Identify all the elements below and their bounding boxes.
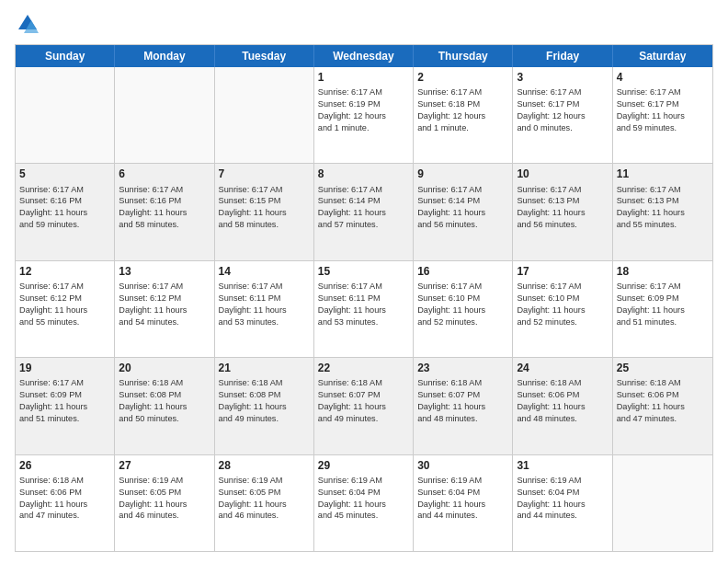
day-info: Sunrise: 6:17 AM Sunset: 6:12 PM Dayligh…: [19, 281, 110, 328]
calendar-cell: 5Sunrise: 6:17 AM Sunset: 6:16 PM Daylig…: [16, 164, 115, 259]
day-number: 30: [417, 458, 508, 473]
calendar-cell: 8Sunrise: 6:17 AM Sunset: 6:14 PM Daylig…: [314, 164, 414, 259]
calendar-cell: 22Sunrise: 6:18 AM Sunset: 6:07 PM Dayli…: [314, 358, 414, 454]
day-info: Sunrise: 6:19 AM Sunset: 6:05 PM Dayligh…: [119, 475, 210, 523]
day-info: Sunrise: 6:17 AM Sunset: 6:16 PM Dayligh…: [19, 184, 110, 232]
day-number: 3: [517, 70, 608, 85]
calendar-cell: 29Sunrise: 6:19 AM Sunset: 6:04 PM Dayli…: [314, 455, 414, 551]
calendar-body: 1Sunrise: 6:17 AM Sunset: 6:19 PM Daylig…: [16, 67, 712, 551]
calendar-cell: 10Sunrise: 6:17 AM Sunset: 6:13 PM Dayli…: [513, 164, 612, 259]
day-number: 11: [617, 167, 709, 181]
day-info: Sunrise: 6:17 AM Sunset: 6:14 PM Dayligh…: [318, 184, 409, 232]
day-info: Sunrise: 6:17 AM Sunset: 6:16 PM Dayligh…: [119, 184, 210, 232]
day-number: 5: [19, 167, 110, 181]
calendar-cell: 2Sunrise: 6:17 AM Sunset: 6:18 PM Daylig…: [414, 67, 513, 163]
calendar-week-2: 5Sunrise: 6:17 AM Sunset: 6:16 PM Daylig…: [16, 163, 712, 259]
calendar-cell: 1Sunrise: 6:17 AM Sunset: 6:19 PM Daylig…: [314, 67, 414, 163]
calendar-cell: 12Sunrise: 6:17 AM Sunset: 6:12 PM Dayli…: [16, 261, 115, 357]
calendar-cell: 21Sunrise: 6:18 AM Sunset: 6:08 PM Dayli…: [215, 358, 314, 454]
day-number: 15: [318, 264, 409, 279]
calendar-cell: 7Sunrise: 6:17 AM Sunset: 6:15 PM Daylig…: [215, 164, 314, 259]
calendar-cell: 27Sunrise: 6:19 AM Sunset: 6:05 PM Dayli…: [115, 455, 214, 551]
day-number: 2: [417, 70, 508, 85]
calendar-week-3: 12Sunrise: 6:17 AM Sunset: 6:12 PM Dayli…: [16, 260, 712, 357]
logo-icon: [15, 11, 40, 37]
day-number: 28: [219, 458, 310, 473]
calendar-cell: 26Sunrise: 6:18 AM Sunset: 6:06 PM Dayli…: [16, 455, 115, 551]
day-number: 21: [219, 361, 310, 375]
day-info: Sunrise: 6:17 AM Sunset: 6:15 PM Dayligh…: [219, 184, 310, 232]
day-info: Sunrise: 6:18 AM Sunset: 6:08 PM Dayligh…: [119, 377, 210, 425]
day-info: Sunrise: 6:17 AM Sunset: 6:17 PM Dayligh…: [517, 86, 608, 134]
day-info: Sunrise: 6:17 AM Sunset: 6:11 PM Dayligh…: [219, 281, 310, 328]
calendar: SundayMondayTuesdayWednesdayThursdayFrid…: [15, 44, 713, 552]
day-number: 16: [417, 264, 508, 279]
day-number: 24: [517, 361, 608, 375]
calendar-cell: 20Sunrise: 6:18 AM Sunset: 6:08 PM Dayli…: [115, 358, 214, 454]
day-info: Sunrise: 6:17 AM Sunset: 6:11 PM Dayligh…: [318, 281, 409, 328]
day-info: Sunrise: 6:17 AM Sunset: 6:10 PM Dayligh…: [517, 281, 608, 328]
day-info: Sunrise: 6:19 AM Sunset: 6:04 PM Dayligh…: [417, 475, 508, 523]
page: SundayMondayTuesdayWednesdayThursdayFrid…: [0, 0, 728, 563]
calendar-week-4: 19Sunrise: 6:17 AM Sunset: 6:09 PM Dayli…: [16, 357, 712, 454]
day-info: Sunrise: 6:18 AM Sunset: 6:06 PM Dayligh…: [517, 377, 608, 425]
day-number: 8: [318, 167, 409, 181]
header-day-sunday: Sunday: [16, 45, 115, 67]
day-info: Sunrise: 6:18 AM Sunset: 6:07 PM Dayligh…: [417, 377, 508, 425]
day-info: Sunrise: 6:18 AM Sunset: 6:06 PM Dayligh…: [617, 377, 709, 425]
header-day-tuesday: Tuesday: [215, 45, 314, 67]
day-number: 1: [318, 70, 409, 85]
header-day-monday: Monday: [115, 45, 214, 67]
day-info: Sunrise: 6:17 AM Sunset: 6:09 PM Dayligh…: [617, 281, 709, 328]
calendar-cell: 19Sunrise: 6:17 AM Sunset: 6:09 PM Dayli…: [16, 358, 115, 454]
day-number: 26: [19, 458, 110, 473]
calendar-cell: 31Sunrise: 6:19 AM Sunset: 6:04 PM Dayli…: [513, 455, 612, 551]
day-number: 23: [417, 361, 508, 375]
header-day-saturday: Saturday: [613, 45, 712, 67]
day-number: 29: [318, 458, 409, 473]
day-info: Sunrise: 6:17 AM Sunset: 6:18 PM Dayligh…: [417, 86, 508, 134]
day-number: 22: [318, 361, 409, 375]
day-number: 12: [19, 264, 110, 279]
day-number: 13: [119, 264, 210, 279]
day-number: 7: [219, 167, 310, 181]
day-info: Sunrise: 6:18 AM Sunset: 6:06 PM Dayligh…: [19, 475, 110, 523]
calendar-cell: 3Sunrise: 6:17 AM Sunset: 6:17 PM Daylig…: [513, 67, 612, 163]
day-info: Sunrise: 6:18 AM Sunset: 6:08 PM Dayligh…: [219, 377, 310, 425]
calendar-cell: 4Sunrise: 6:17 AM Sunset: 6:17 PM Daylig…: [613, 67, 712, 163]
day-info: Sunrise: 6:17 AM Sunset: 6:12 PM Dayligh…: [119, 281, 210, 328]
header-day-wednesday: Wednesday: [314, 45, 414, 67]
calendar-week-5: 26Sunrise: 6:18 AM Sunset: 6:06 PM Dayli…: [16, 454, 712, 551]
calendar-cell: 15Sunrise: 6:17 AM Sunset: 6:11 PM Dayli…: [314, 261, 414, 357]
calendar-cell: [215, 67, 314, 163]
header: [15, 11, 713, 37]
day-number: 19: [19, 361, 110, 375]
day-number: 6: [119, 167, 210, 181]
calendar-cell: 23Sunrise: 6:18 AM Sunset: 6:07 PM Dayli…: [414, 358, 513, 454]
day-info: Sunrise: 6:18 AM Sunset: 6:07 PM Dayligh…: [318, 377, 409, 425]
calendar-cell: 14Sunrise: 6:17 AM Sunset: 6:11 PM Dayli…: [215, 261, 314, 357]
calendar-cell: 16Sunrise: 6:17 AM Sunset: 6:10 PM Dayli…: [414, 261, 513, 357]
header-day-friday: Friday: [513, 45, 612, 67]
day-info: Sunrise: 6:17 AM Sunset: 6:09 PM Dayligh…: [19, 377, 110, 425]
day-info: Sunrise: 6:19 AM Sunset: 6:04 PM Dayligh…: [517, 475, 608, 523]
day-number: 14: [219, 264, 310, 279]
calendar-cell: 6Sunrise: 6:17 AM Sunset: 6:16 PM Daylig…: [115, 164, 214, 259]
day-number: 17: [517, 264, 608, 279]
day-number: 10: [517, 167, 608, 181]
calendar-week-1: 1Sunrise: 6:17 AM Sunset: 6:19 PM Daylig…: [16, 67, 712, 163]
calendar-header: SundayMondayTuesdayWednesdayThursdayFrid…: [16, 45, 712, 67]
day-info: Sunrise: 6:19 AM Sunset: 6:05 PM Dayligh…: [219, 475, 310, 523]
calendar-cell: 13Sunrise: 6:17 AM Sunset: 6:12 PM Dayli…: [115, 261, 214, 357]
day-number: 20: [119, 361, 210, 375]
day-info: Sunrise: 6:17 AM Sunset: 6:10 PM Dayligh…: [417, 281, 508, 328]
logo: [15, 11, 44, 37]
calendar-cell: [16, 67, 115, 163]
day-number: 18: [617, 264, 709, 279]
day-info: Sunrise: 6:17 AM Sunset: 6:13 PM Dayligh…: [517, 184, 608, 232]
calendar-cell: 11Sunrise: 6:17 AM Sunset: 6:13 PM Dayli…: [613, 164, 712, 259]
day-info: Sunrise: 6:17 AM Sunset: 6:17 PM Dayligh…: [617, 86, 709, 134]
calendar-cell: 17Sunrise: 6:17 AM Sunset: 6:10 PM Dayli…: [513, 261, 612, 357]
calendar-cell: 9Sunrise: 6:17 AM Sunset: 6:14 PM Daylig…: [414, 164, 513, 259]
day-number: 27: [119, 458, 210, 473]
